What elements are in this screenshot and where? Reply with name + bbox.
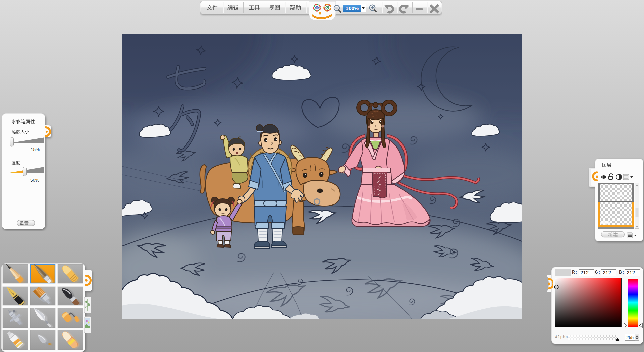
svg-text:50%: 50% bbox=[30, 178, 39, 183]
svg-text:15%: 15% bbox=[31, 147, 40, 152]
svg-text:100%: 100% bbox=[346, 5, 359, 11]
